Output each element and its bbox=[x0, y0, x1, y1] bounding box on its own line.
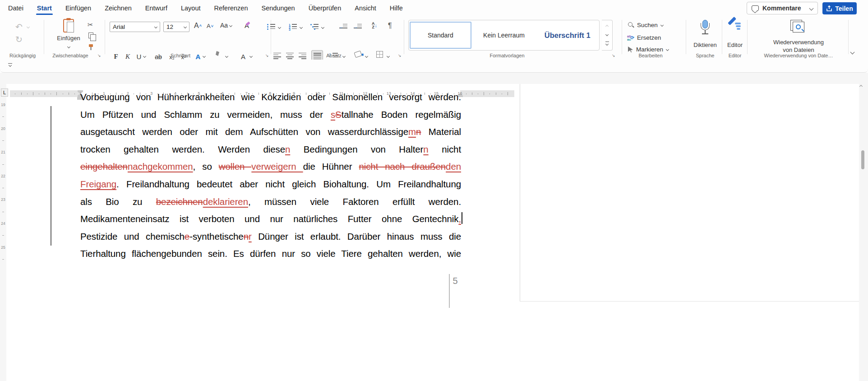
collapse-ribbon-icon[interactable] bbox=[7, 63, 13, 66]
reuse-label-line2: von Dateien bbox=[762, 46, 835, 53]
menu-tab-sendungen[interactable]: Sendungen bbox=[261, 1, 296, 15]
decrease-indent-button[interactable]: ← bbox=[339, 23, 347, 28]
share-button[interactable]: Teilen bbox=[822, 2, 857, 14]
menu-tab-ansicht[interactable]: Ansicht bbox=[354, 1, 377, 15]
document-line[interactable]: Medikamenteneinsatz ist verboten und nur… bbox=[80, 210, 461, 228]
font-color-chevron-icon[interactable] bbox=[249, 55, 253, 58]
document-line[interactable]: eingehaltennachgekommen, so wollen verwe… bbox=[80, 158, 461, 176]
bullets-chevron-icon[interactable] bbox=[278, 26, 281, 29]
menu-tab-entwurf[interactable]: Entwurf bbox=[144, 1, 168, 15]
borders-button[interactable] bbox=[376, 51, 383, 58]
select-button[interactable]: Markieren bbox=[628, 46, 669, 53]
undo-button[interactable]: ↶ bbox=[15, 22, 23, 32]
find-button[interactable]: Suchen bbox=[628, 22, 663, 28]
editor-button[interactable] bbox=[728, 21, 743, 33]
ruler-tick bbox=[484, 92, 484, 95]
menu-tab-start[interactable]: Start bbox=[36, 1, 53, 15]
document-line[interactable]: Pestizide und chemische-synthetischenr D… bbox=[80, 228, 461, 246]
font-size-select[interactable]: 12 bbox=[163, 22, 189, 32]
document-line[interactable]: trocken gehalten werden. Werden diesen B… bbox=[80, 141, 461, 158]
menu-tab-layout[interactable]: Layout bbox=[180, 1, 202, 15]
comment-bubble-icon bbox=[752, 5, 759, 11]
shading-chevron-icon[interactable] bbox=[365, 55, 368, 58]
font-dialog-launcher[interactable]: ↘ bbox=[265, 53, 269, 58]
document-line[interactable]: Um Pfützen und Schlamm zu vermeiden, mus… bbox=[80, 106, 461, 124]
page-number[interactable]: 5 bbox=[451, 276, 460, 286]
scrollbar-thumb[interactable] bbox=[861, 150, 864, 169]
chevron-down-icon[interactable] bbox=[809, 6, 814, 10]
menu-tab-einfügen[interactable]: Einfügen bbox=[65, 1, 92, 15]
scroll-up-icon[interactable] bbox=[859, 85, 863, 88]
multilevel-list-icon bbox=[310, 23, 319, 29]
grow-font-button[interactable]: A˄ bbox=[194, 22, 202, 30]
style-standard[interactable]: Standard bbox=[410, 22, 471, 49]
highlight-chevron-icon[interactable] bbox=[225, 55, 228, 58]
group-divider bbox=[686, 20, 686, 54]
increase-indent-button[interactable]: → bbox=[354, 23, 362, 28]
replace-button[interactable]: ab ac ⟳ Ersetzen bbox=[627, 34, 661, 41]
group-divider bbox=[404, 20, 404, 54]
ribbon-more-chevron-icon[interactable] bbox=[850, 50, 855, 55]
styles-scroll-up-icon[interactable] bbox=[605, 25, 609, 28]
menu-tab-überprüfen[interactable]: Überprüfen bbox=[308, 1, 342, 15]
ruler-tick bbox=[496, 93, 496, 95]
document-line[interactable]: Vorbeugung von Hühnerkrankheiten wie Kok… bbox=[80, 88, 461, 106]
format-painter-icon[interactable] bbox=[88, 44, 94, 51]
grow-font-glyph: A bbox=[194, 22, 199, 30]
document-line[interactable]: als Bio zu bezeichnendeklarieren, müssen… bbox=[80, 193, 461, 211]
align-left-button[interactable] bbox=[273, 51, 281, 59]
font-size-value: 12 bbox=[166, 23, 173, 30]
bullets-button[interactable] bbox=[267, 23, 275, 29]
text-run: ausgetauscht werden oder mit dem Aufschü… bbox=[80, 126, 408, 137]
copy-icon[interactable] bbox=[88, 33, 93, 38]
styles-dialog-launcher[interactable]: ↘ bbox=[612, 53, 615, 58]
dictate-button[interactable] bbox=[693, 20, 717, 35]
redo-button[interactable]: ↻ bbox=[15, 34, 23, 45]
menu-tab-referenzen[interactable]: Referenzen bbox=[213, 1, 249, 15]
group-divider bbox=[105, 20, 105, 54]
reuse-label-line1: Wiederverwendung bbox=[762, 39, 835, 46]
styles-scroll-down-icon[interactable] bbox=[605, 33, 609, 36]
document-line[interactable]: ausgetauscht werden oder mit dem Aufschü… bbox=[80, 123, 461, 141]
clear-formatting-button[interactable]: A bbox=[245, 22, 249, 29]
document-text[interactable]: Vorbeugung von Hühnerkrankheiten wie Kok… bbox=[80, 88, 461, 263]
group-divider bbox=[747, 20, 748, 54]
reuse-files-button[interactable] bbox=[790, 20, 808, 34]
paste-button[interactable]: Einfügen bbox=[53, 19, 84, 52]
text-run: trocken gehalten werden. Werden diese bbox=[80, 144, 285, 154]
align-center-button[interactable] bbox=[286, 51, 294, 59]
pilcrow-button[interactable]: ¶ bbox=[388, 22, 392, 30]
menu-tabs: DateiStartEinfügenZeichnenEntwurfLayoutR… bbox=[7, 0, 404, 16]
numbering-button[interactable]: 123 bbox=[289, 23, 297, 29]
shrink-font-button[interactable]: A˅ bbox=[207, 23, 213, 29]
group-label-editing: Bearbeiten bbox=[628, 53, 673, 58]
numbering-chevron-icon[interactable] bbox=[300, 26, 303, 29]
menu-tab-zeichnen[interactable]: Zeichnen bbox=[104, 1, 133, 15]
cut-icon[interactable]: ✂ bbox=[88, 21, 93, 29]
undo-chevron-icon[interactable] bbox=[27, 25, 30, 28]
search-icon bbox=[628, 22, 634, 28]
document-line[interactable]: Tierhaltung flächengebunden sein. Es dür… bbox=[80, 245, 461, 263]
ruler-tick bbox=[39, 93, 39, 94]
document-line[interactable]: Freigang. Freilandhaltung bedeutet aber … bbox=[80, 176, 461, 193]
style-kein-leerraum[interactable]: Kein Leerraum bbox=[473, 22, 535, 49]
paragraph-dialog-launcher[interactable]: ↘ bbox=[398, 53, 402, 58]
borders-chevron-icon[interactable] bbox=[387, 55, 390, 58]
multilevel-list-button[interactable] bbox=[310, 23, 319, 29]
ruler-tick bbox=[2, 164, 4, 165]
footer-accent-line bbox=[449, 274, 450, 308]
style-überschrift-1[interactable]: Überschrift 1 bbox=[536, 22, 598, 49]
chevron-down-icon bbox=[229, 23, 232, 27]
multilevel-chevron-icon[interactable] bbox=[321, 26, 324, 29]
clipboard-dialog-launcher[interactable]: ↘ bbox=[97, 53, 101, 58]
sort-button[interactable]: AZ ↓ bbox=[372, 22, 377, 29]
comments-button[interactable]: Kommentare bbox=[747, 2, 818, 14]
change-case-button[interactable]: Aa bbox=[220, 22, 232, 29]
tab-selector[interactable]: L bbox=[1, 88, 8, 97]
group-label-language: Sprache bbox=[689, 53, 721, 58]
menu-tab-hilfe[interactable]: Hilfe bbox=[389, 1, 404, 15]
styles-gallery-more-icon[interactable] bbox=[605, 42, 609, 45]
menu-tab-datei[interactable]: Datei bbox=[7, 1, 24, 15]
font-name-select[interactable]: Arial bbox=[110, 22, 160, 32]
group-label-styles: Formatvorlagen bbox=[476, 53, 539, 58]
